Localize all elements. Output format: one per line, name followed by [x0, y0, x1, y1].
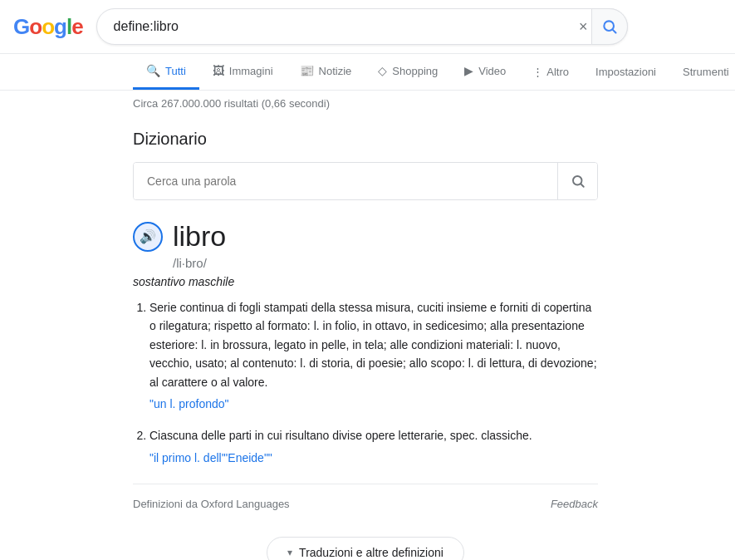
tab-notizie[interactable]: 📰 Notizie — [287, 54, 365, 90]
dictionary-search-input[interactable] — [134, 163, 597, 199]
feedback-link[interactable]: Feedback — [551, 498, 598, 510]
search-button[interactable] — [591, 8, 628, 45]
header: Google × — [0, 0, 735, 54]
definition-text-1: Serie continua di fogli stampati della s… — [149, 298, 598, 391]
definition-item: Serie continua di fogli stampati della s… — [149, 298, 598, 413]
tab-video[interactable]: ▶ Video — [451, 54, 519, 90]
google-logo[interactable]: Google — [13, 14, 83, 40]
nav-tabs: 🔍 Tutti 🖼 Immagini 📰 Notizie ◇ Shopping … — [0, 54, 735, 91]
more-label: Altro — [546, 66, 569, 78]
tab-shopping-label: Shopping — [392, 65, 438, 77]
dictionary-search-button[interactable] — [557, 163, 597, 199]
settings-link[interactable]: Impostazioni — [582, 56, 669, 88]
tab-immagini[interactable]: 🖼 Immagini — [199, 54, 287, 90]
clear-button[interactable]: × — [576, 15, 591, 39]
definition-example-1: "un l. profondo" — [149, 395, 598, 413]
svg-line-3 — [581, 184, 583, 186]
shopping-tab-icon: ◇ — [378, 64, 387, 77]
word-header: 🔊 libro — [133, 220, 598, 253]
more-definitions-label: Traduzioni e altre definizioni — [299, 546, 443, 559]
video-tab-icon: ▶ — [464, 64, 473, 77]
word-main: libro — [173, 220, 226, 253]
news-tab-icon: 📰 — [300, 64, 314, 77]
more-dots-icon: ⋮ — [532, 66, 543, 78]
nav-more[interactable]: ⋮ Altro — [519, 56, 582, 88]
dictionary-footer: Definizioni da Oxford Languages Feedback — [133, 484, 598, 523]
word-entry: 🔊 libro /li·bro/ sostantivo maschile Ser… — [133, 220, 598, 467]
tab-tutti-label: Tutti — [165, 65, 186, 77]
tab-video-label: Video — [478, 65, 506, 77]
definitions-list: Serie continua di fogli stampati della s… — [133, 298, 598, 467]
tools-link[interactable]: Strumenti — [669, 56, 735, 88]
definition-text-2: Ciascuna delle parti in cui risultano di… — [149, 426, 598, 445]
tab-shopping[interactable]: ◇ Shopping — [365, 54, 451, 90]
more-definitions-container: ▾ Traduzioni e altre definizioni — [133, 537, 598, 560]
dict-search-icon — [571, 174, 586, 189]
search-box-container: × — [96, 8, 628, 45]
search-icon — [601, 18, 618, 35]
main-content: Dizionario 🔊 libro /li·bro/ sostantivo m… — [0, 130, 731, 560]
svg-line-1 — [612, 30, 615, 33]
search-tab-icon: 🔍 — [146, 64, 160, 77]
definition-item: Ciascuna delle parti in cui risultano di… — [149, 426, 598, 467]
results-info: Circa 267.000.000 risultati (0,66 second… — [0, 91, 735, 116]
tab-notizie-label: Notizie — [319, 65, 352, 77]
definition-example-2: "il primo l. dell'"Eneide"" — [149, 449, 598, 467]
word-phonetic: /li·bro/ — [133, 256, 598, 270]
chevron-down-icon: ▾ — [287, 547, 292, 558]
tab-immagini-label: Immagini — [229, 65, 273, 77]
audio-button[interactable]: 🔊 — [133, 222, 163, 252]
search-input[interactable] — [96, 8, 628, 45]
dictionary-search-container — [133, 162, 598, 200]
dictionary-title: Dizionario — [133, 130, 598, 149]
more-definitions-button[interactable]: ▾ Traduzioni e altre definizioni — [267, 537, 464, 560]
word-part-of-speech: sostantivo maschile — [133, 275, 598, 288]
dictionary-source: Definizioni da Oxford Languages — [133, 498, 290, 510]
images-tab-icon: 🖼 — [213, 64, 224, 77]
speaker-icon: 🔊 — [140, 228, 156, 244]
tab-tutti[interactable]: 🔍 Tutti — [133, 54, 199, 90]
